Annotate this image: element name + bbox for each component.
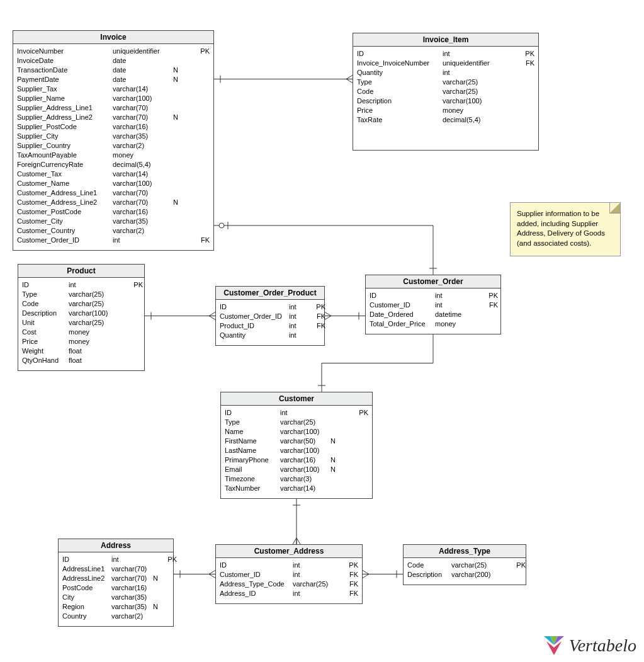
column-row: Typevarchar(25) [22, 290, 140, 299]
column-type: varchar(70) [111, 574, 153, 583]
column-type: varchar(25) [443, 87, 507, 96]
column-row: AddressLine1varchar(70) [62, 564, 169, 574]
column-nullable [153, 593, 163, 602]
entity-invoice: InvoiceInvoiceNumberuniqueidentifierPKIn… [13, 30, 214, 251]
column-key: FK [196, 236, 210, 245]
column-nullable [507, 87, 517, 96]
column-nullable [173, 94, 183, 103]
column-name: Customer_Order_ID [17, 236, 113, 245]
entity-title: Customer_Order [366, 275, 500, 288]
column-key [196, 179, 210, 188]
column-type: varchar(50) [280, 437, 330, 446]
column-row: IDintPK [22, 280, 140, 290]
column-type: int [69, 280, 119, 290]
column-nullable [330, 484, 341, 493]
column-name: Supplier_City [17, 132, 113, 141]
column-row: Descriptionvarchar(200) [407, 570, 522, 579]
column-type: float [69, 346, 119, 356]
column-type: varchar(35) [111, 593, 153, 602]
column-name: ID [357, 49, 443, 59]
svg-line-38 [363, 571, 369, 574]
column-name: Code [357, 87, 443, 96]
column-nullable [507, 115, 517, 125]
column-nullable: N [173, 113, 183, 122]
column-key [196, 75, 210, 84]
column-nullable: N [330, 455, 341, 465]
column-row: PaymentDatedateN [17, 75, 210, 84]
column-name: LastName [225, 446, 280, 455]
column-key [354, 465, 368, 474]
column-key [129, 356, 143, 365]
column-type: varchar(25) [293, 579, 334, 589]
column-key: PK [512, 561, 526, 570]
column-nullable [507, 106, 517, 115]
column-type: money [113, 151, 173, 160]
column-name: Name [225, 427, 280, 437]
column-nullable [173, 179, 183, 188]
column-name: Total_Order_Price [370, 319, 435, 329]
column-type: varchar(25) [443, 77, 507, 87]
column-name: InvoiceDate [17, 56, 113, 66]
column-nullable [173, 226, 183, 236]
column-key [163, 593, 177, 602]
column-key [196, 207, 210, 217]
column-nullable [153, 555, 163, 564]
column-name: ID [22, 280, 69, 290]
column-key [354, 446, 368, 455]
entity-customer_order_product: Customer_Order_ProductIDintPKCustomer_Or… [215, 286, 325, 346]
column-row: Invoice_InvoiceNumberuniqueidentifierFK [357, 59, 534, 68]
column-nullable [334, 561, 344, 570]
column-row: Pricemoney [357, 106, 534, 115]
column-name: AddressLine2 [62, 574, 111, 583]
entity-body: IDintPKCustomer_IDintFKAddress_Type_Code… [216, 558, 362, 603]
column-row: QtyOnHandfloat [22, 356, 140, 365]
column-key [196, 226, 210, 236]
column-name: QtyOnHand [22, 356, 69, 365]
column-key [163, 574, 177, 583]
column-name: Description [407, 570, 451, 579]
column-row: Supplier_PostCodevarchar(16) [17, 122, 210, 132]
column-nullable [173, 207, 183, 217]
column-name: Type [357, 77, 443, 87]
column-type: money [435, 319, 474, 329]
column-type: varchar(14) [113, 84, 173, 94]
svg-line-3 [346, 79, 353, 83]
column-row: Customer_Countryvarchar(2) [17, 226, 210, 236]
column-row: Regionvarchar(35)N [62, 602, 169, 612]
svg-line-16 [325, 312, 331, 316]
column-key [354, 418, 368, 427]
column-nullable [173, 236, 183, 245]
column-name: ID [62, 555, 111, 564]
column-type: varchar(100) [69, 309, 119, 318]
svg-line-30 [297, 538, 300, 544]
column-nullable [502, 561, 512, 570]
column-row: Countryvarchar(2) [62, 612, 169, 621]
column-nullable [119, 328, 129, 337]
entity-body: IDintPKAddressLine1varchar(70)AddressLin… [59, 552, 173, 626]
column-key [512, 570, 526, 579]
column-name: ID [370, 291, 435, 300]
column-row: Descriptionvarchar(100) [22, 309, 140, 318]
column-nullable [474, 291, 484, 300]
column-row: Emailvarchar(100)N [225, 465, 368, 474]
column-type: varchar(14) [113, 169, 173, 179]
column-name: Supplier_Name [17, 94, 113, 103]
entity-body: Codevarchar(25)PKDescriptionvarchar(200) [404, 558, 526, 585]
column-name: Type [225, 418, 280, 427]
column-type: varchar(35) [111, 602, 153, 612]
column-nullable [507, 49, 517, 59]
column-row: Pricemoney [22, 337, 140, 346]
entity-title: Address_Type [404, 545, 526, 558]
column-name: PostCode [62, 583, 111, 593]
column-key: PK [344, 561, 358, 570]
column-key [196, 66, 210, 75]
brand-logo: Vertabelo [544, 636, 636, 656]
column-name: Cost [22, 328, 69, 337]
column-key [129, 318, 143, 328]
column-name: Quantity [220, 331, 289, 340]
column-row: Costmoney [22, 328, 140, 337]
column-nullable [173, 141, 183, 151]
column-row: Quantityint [220, 331, 320, 340]
column-nullable [173, 160, 183, 169]
column-row: IDintPK [225, 408, 368, 418]
